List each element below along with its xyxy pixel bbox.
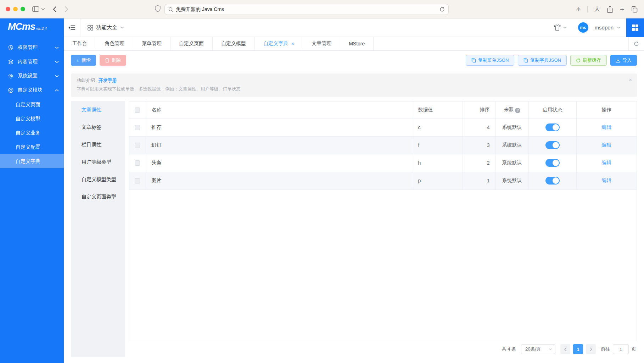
tab-label: 自定义模型 [221, 40, 246, 47]
header-name: 名称 [146, 101, 413, 119]
tab-role-management[interactable]: 角色管理 [96, 37, 133, 50]
privacy-shield-icon[interactable] [155, 5, 161, 13]
cell-value: h [413, 154, 463, 172]
help-icon[interactable]: ? [515, 108, 520, 113]
toggle-sidebar-icon[interactable] [32, 6, 39, 12]
address-bar[interactable]: 免费开源的 Java Cms [164, 4, 449, 15]
address-text: 免费开源的 Java Cms [176, 6, 224, 13]
table-row: 推荐 c 4 系统默认 编辑 [129, 119, 637, 136]
cell-source: 系统默认 [495, 136, 528, 154]
enable-toggle[interactable] [545, 123, 560, 131]
dict-nav-column-attr[interactable]: 栏目属性 [71, 136, 125, 153]
edit-link[interactable]: 编辑 [601, 177, 611, 183]
row-checkbox[interactable] [135, 178, 140, 183]
sidebar-item-label: 自定义模块 [18, 87, 51, 93]
next-page-button[interactable] [586, 344, 596, 354]
sidebar-item-custom-model[interactable]: 自定义模型 [0, 111, 64, 126]
close-window-button[interactable] [6, 7, 10, 11]
plus-icon: + [76, 58, 79, 63]
tab-custom-model[interactable]: 自定义模型 [213, 37, 255, 50]
add-button[interactable]: +新增 [71, 55, 96, 66]
close-icon[interactable]: × [291, 41, 294, 46]
cell-value: c [413, 119, 463, 136]
cell-source: 系统默认 [495, 154, 528, 172]
tab-article-management[interactable]: 文章管理 [303, 37, 340, 50]
chevron-down-icon[interactable] [41, 8, 45, 10]
app-menu-dropdown[interactable]: 功能大全 [88, 24, 124, 31]
sidebar-item-custom-config[interactable]: 自定义配置 [0, 140, 64, 154]
dict-nav-article-attr[interactable]: 文章属性 [71, 101, 125, 119]
back-icon[interactable] [53, 6, 57, 12]
copy-dict-json-button[interactable]: 复制字典JSON [518, 55, 567, 66]
sidebar-item-custom-business[interactable]: 自定义业务 [0, 126, 64, 140]
avatar[interactable]: ms [578, 22, 588, 33]
browser-window: 免费开源的 Java Cms 小 大 + MCms v5.3.4 权限管理 [0, 0, 644, 363]
tab-mstore[interactable]: MStore [340, 37, 374, 50]
chevron-down-icon [120, 26, 124, 29]
goto-page-input[interactable] [613, 344, 629, 354]
sidebar-item-custom-page[interactable]: 自定义页面 [0, 97, 64, 111]
edit-link[interactable]: 编辑 [601, 142, 611, 148]
tab-custom-page[interactable]: 自定义页面 [170, 37, 213, 50]
collapse-menu-button[interactable] [64, 18, 80, 37]
cell-status [528, 154, 576, 172]
dict-nav-user-level[interactable]: 用户等级类型 [71, 153, 125, 171]
text-smaller-button[interactable]: 小 [576, 6, 581, 12]
enable-toggle[interactable] [545, 141, 560, 149]
refresh-tab-button[interactable] [628, 37, 644, 50]
topbar: 功能大全 ms msopen [64, 18, 644, 37]
goto-label: 前往 [601, 346, 610, 352]
header-checkbox-cell [129, 101, 146, 119]
import-button[interactable]: 导入 [610, 55, 637, 66]
sidebar-item-custom-dict[interactable]: 自定义字典 [0, 154, 64, 168]
chevron-down-icon[interactable] [617, 27, 621, 29]
enable-toggle[interactable] [545, 159, 560, 167]
refresh-cache-button[interactable]: 刷新缓存 [570, 55, 607, 66]
tab-workbench[interactable]: 工作台 [64, 37, 96, 50]
shield-icon [8, 45, 14, 51]
edit-link[interactable]: 编辑 [601, 160, 611, 165]
enable-toggle[interactable] [545, 177, 560, 185]
tab-menu-management[interactable]: 菜单管理 [133, 37, 170, 50]
tab-label: 自定义页面 [179, 40, 204, 47]
row-checkbox[interactable] [135, 125, 140, 130]
dict-nav-custom-model-type[interactable]: 自定义模型类型 [71, 171, 125, 188]
tab-strip: 工作台 角色管理 菜单管理 自定义页面 自定义模型 自定义字典× 文章管理 MS… [64, 37, 644, 51]
refresh-icon [576, 58, 581, 63]
zoom-window-button[interactable] [21, 7, 25, 11]
text-larger-button[interactable]: 大 [594, 6, 600, 13]
reload-icon[interactable] [439, 7, 445, 12]
prev-page-button[interactable] [560, 344, 570, 354]
theme-dropdown[interactable] [554, 24, 567, 31]
minimize-window-button[interactable] [13, 7, 18, 11]
current-page-button[interactable]: 1 [573, 344, 583, 354]
sidebar-item-custom-modules[interactable]: 自定义模块 [0, 83, 64, 97]
dev-manual-link[interactable]: 开发手册 [99, 78, 117, 83]
sidebar-item-content[interactable]: 内容管理 [0, 55, 64, 69]
cell-action: 编辑 [576, 119, 637, 136]
page-size-value: 20条/页 [525, 346, 547, 352]
dict-nav-article-tag[interactable]: 文章标签 [71, 119, 125, 136]
copy-dict-json-label: 复制字典JSON [530, 57, 561, 64]
close-icon[interactable]: × [629, 77, 632, 83]
apps-panel-button[interactable] [626, 18, 644, 37]
cell-status [528, 119, 576, 136]
sidebar-item-permissions[interactable]: 权限管理 [0, 40, 64, 55]
tab-overview-icon[interactable] [631, 6, 638, 13]
row-checkbox[interactable] [135, 143, 140, 148]
dict-nav-custom-page-type[interactable]: 自定义页面类型 [71, 188, 125, 205]
select-all-checkbox[interactable] [135, 108, 140, 113]
tab-custom-dict[interactable]: 自定义字典× [255, 37, 303, 50]
page-size-select[interactable]: 20条/页 [521, 344, 555, 354]
edit-link[interactable]: 编辑 [601, 124, 611, 130]
sidebar-item-settings[interactable]: 系统设置 [0, 69, 64, 83]
cell-action: 编辑 [576, 154, 637, 172]
new-tab-icon[interactable]: + [620, 6, 624, 13]
share-icon[interactable] [607, 6, 613, 13]
username: msopen [595, 24, 614, 31]
layers-icon [8, 59, 14, 65]
cell-name: 幻灯 [146, 136, 413, 154]
delete-button[interactable]: 删除 [100, 55, 126, 66]
copy-menu-json-button[interactable]: 复制菜单JSON [466, 55, 515, 66]
row-checkbox[interactable] [135, 160, 140, 166]
